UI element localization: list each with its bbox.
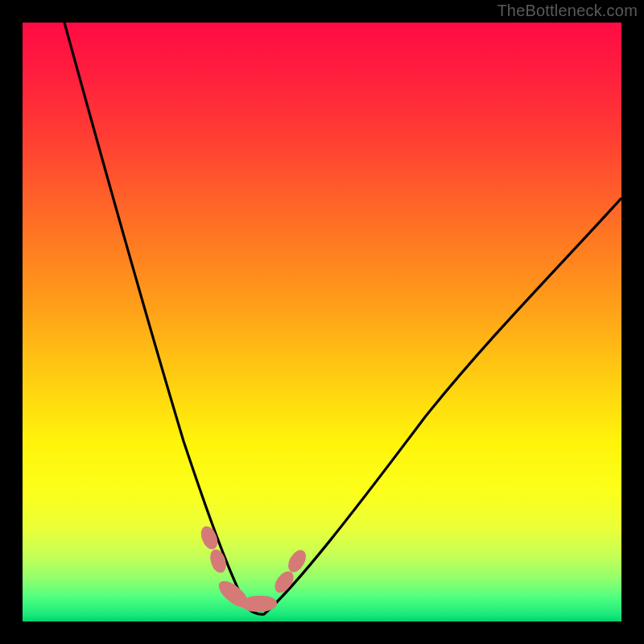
- chain-bead: [208, 547, 229, 575]
- plot-area: [23, 23, 621, 621]
- chain-bead: [242, 595, 278, 613]
- watermark-text: TheBottleneck.com: [497, 2, 638, 20]
- chart-canvas: TheBottleneck.com: [0, 0, 644, 644]
- marker-chain: [23, 23, 621, 621]
- chain-bead: [198, 524, 221, 552]
